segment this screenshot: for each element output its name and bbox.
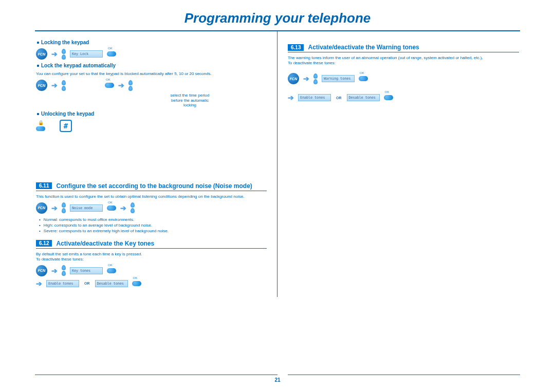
sec-title: Activate/deactivate the Key tones [56, 240, 154, 247]
modes-list: Normal: corresponds to most office envir… [39, 217, 267, 234]
bottom-rule-left [35, 375, 278, 375]
nav-icon [62, 49, 66, 60]
sec-title: Configure the set according to the backg… [56, 182, 252, 190]
arrow-icon: ➔ [36, 279, 42, 288]
nav-icon [62, 265, 66, 276]
nav-icon [128, 80, 133, 91]
screen-enable: Enable tones [298, 94, 331, 101]
screen-disable: Desable tones [95, 280, 128, 287]
arrow-icon: ➔ [303, 74, 309, 83]
screen-warning: Warning tones [322, 75, 355, 82]
sec613-body1: The warning tones inform the user of an … [288, 55, 519, 61]
arrow-icon: ➔ [51, 267, 58, 275]
screen-keylock: Key Lock [70, 50, 103, 58]
ok-button-icon [107, 206, 116, 211]
page-number: 21 [274, 377, 280, 383]
arrow-icon: ➔ [120, 204, 126, 212]
fcn-button-icon: FCN [36, 48, 47, 60]
screen-disable: Desable tones [347, 94, 380, 101]
screen-noise: Noise mode [70, 204, 103, 212]
nav-icon [131, 202, 135, 213]
lock-icon: 🔒 [36, 120, 45, 131]
right-column: 6.13 Activate/deactivate the Warning ton… [278, 31, 529, 297]
sec611-body: This function is used to configure the s… [36, 194, 267, 199]
arrow-icon: ➔ [51, 50, 58, 58]
mode-severe: Severe: corresponds to an extremely high… [39, 228, 267, 234]
sec-title: Activate/deactivate the Warning tones [308, 44, 419, 51]
arrow-icon: ➔ [288, 94, 294, 102]
fcn-button-icon: FCN [36, 80, 47, 91]
ok-button-icon [359, 76, 368, 81]
autolock-body: You can configure your set so that the k… [36, 71, 267, 77]
fcn-button-icon: FCN [36, 202, 47, 214]
subhead-unlock: Unlocking the keypad [36, 111, 267, 117]
section-6-13: 6.13 Activate/deactivate the Warning ton… [288, 44, 519, 52]
mode-high: High: corresponds to an average level of… [39, 222, 267, 228]
page-title: Programming your telephone [0, 0, 555, 26]
ok-button-icon [384, 95, 393, 100]
hash-key-icon: # [60, 120, 72, 132]
sec-num: 6.13 [288, 44, 304, 51]
ok-button-icon [107, 51, 116, 57]
arrow-icon: ➔ [51, 204, 58, 212]
sec612-body1: By default the set emits a tone each tim… [36, 252, 267, 257]
screen-keytones: Key tones [70, 267, 103, 274]
mode-normal: Normal: corresponds to most office envir… [39, 217, 267, 222]
fcn-button-icon: FCN [288, 73, 299, 84]
sec613-body2: To deactivate these tones: [288, 61, 519, 66]
sec612-body2: To deactivate these tones: [36, 257, 267, 262]
section-6-12: 6.12 Activate/deactivate the Key tones [36, 240, 267, 249]
or-label: OR [83, 282, 91, 285]
section-6-11: 6.11 Configure the set according to the … [36, 182, 267, 191]
ok-button-icon [132, 281, 141, 286]
autolock-note: select the time period before the automa… [170, 93, 211, 108]
sec-num: 6.11 [36, 182, 52, 189]
subhead-locking: Locking the keypad [36, 40, 267, 45]
fcn-button-icon: FCN [36, 265, 47, 276]
ok-button-icon [105, 83, 114, 88]
nav-icon [62, 80, 66, 91]
nav-icon [62, 202, 66, 213]
arrow-icon: ➔ [51, 81, 58, 89]
left-column: Locking the keypad FCN ➔ Key Lock Lock t… [26, 31, 278, 297]
bottom-rule-right [288, 375, 520, 375]
nav-icon [313, 73, 318, 84]
sec-num: 6.12 [36, 240, 52, 247]
arrow-icon: ➔ [118, 81, 124, 89]
or-label: OR [335, 96, 343, 100]
ok-button-icon [107, 268, 116, 273]
screen-enable: Enable tones [46, 280, 79, 287]
subhead-autolock: Lock the keypad automatically [36, 63, 267, 68]
